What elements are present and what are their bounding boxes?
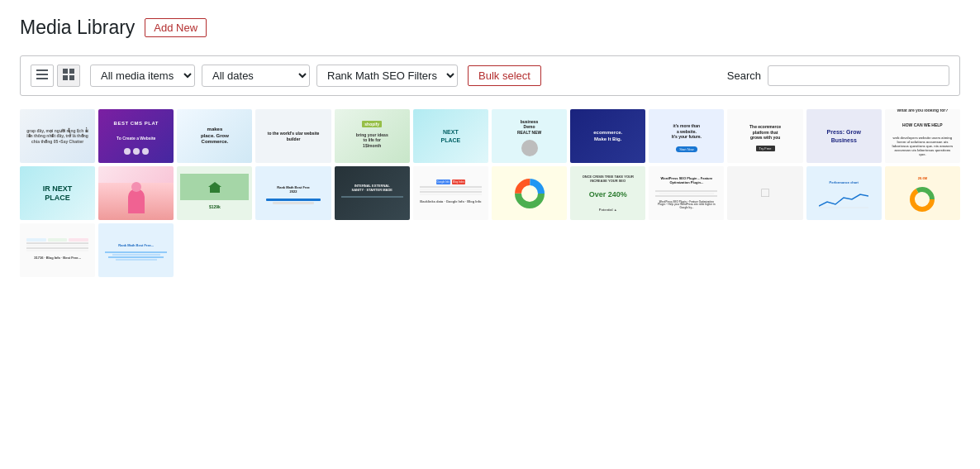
svg-rect-6 xyxy=(69,75,74,80)
svg-rect-3 xyxy=(63,69,68,74)
media-item[interactable]: What are you looking for? HOW CAN WE HEL… xyxy=(885,109,960,163)
media-item[interactable]: 31716 · Blog Info · Best Free... xyxy=(20,223,95,277)
add-new-button[interactable]: Add New xyxy=(145,18,207,37)
media-item[interactable]: The ecommerceplatform thatgrows with you… xyxy=(727,109,802,163)
media-item[interactable]: Rank Math Best Free... xyxy=(98,223,174,277)
svg-rect-2 xyxy=(36,78,48,79)
bulk-select-button[interactable]: Bulk select xyxy=(468,65,541,86)
media-item[interactable]: makesplace. GrowCommerce. xyxy=(177,109,252,163)
media-item[interactable]: Google Info Blog Index Backlinks data · … xyxy=(413,166,488,220)
media-item[interactable]: INTERNAL EXTERNALSANITY · STARTER MADE xyxy=(335,166,410,220)
media-item[interactable]: Rank Math Best Free2022 xyxy=(255,166,331,220)
media-item[interactable]: Press: GrowBusiness xyxy=(806,109,882,163)
media-item[interactable]: $129k xyxy=(177,166,252,220)
media-item[interactable]: it's more thana website.It's your future… xyxy=(649,109,724,163)
media-item[interactable]: □ xyxy=(727,166,802,220)
media-item[interactable]: Performance chart xyxy=(806,166,882,220)
page-title: Media Library xyxy=(20,17,135,39)
toolbar: All media items Images Audio Video Docum… xyxy=(20,55,960,96)
svg-rect-4 xyxy=(69,69,74,74)
view-toggle xyxy=(31,65,80,87)
media-item[interactable]: ecommerce.Make It Big. xyxy=(570,109,645,163)
media-grid: grap đây, mọi người rằng lịch ải lần thô… xyxy=(20,109,960,277)
svg-rect-0 xyxy=(36,69,48,71)
media-item[interactable]: NEXTPLACE xyxy=(413,109,488,163)
svg-rect-1 xyxy=(36,74,48,75)
media-item[interactable]: WordPress SEO Plugin – Feature Optimizat… xyxy=(649,166,724,220)
media-item[interactable]: to the world's ular website builder xyxy=(255,109,331,163)
svg-rect-8 xyxy=(210,187,220,193)
search-input[interactable] xyxy=(768,65,949,86)
svg-rect-5 xyxy=(63,75,68,80)
search-label: Search xyxy=(727,69,761,82)
media-item[interactable]: BEST CMS PLAT To Create a Website xyxy=(98,109,174,163)
grid-view-button[interactable] xyxy=(57,65,80,87)
filter-media-select[interactable]: All media items Images Audio Video Docum… xyxy=(90,65,195,87)
media-item[interactable]: shopify bring your ideasto life for1$/mo… xyxy=(335,109,410,163)
page-header: Media Library Add New xyxy=(20,17,960,39)
media-item[interactable]: grap đây, mọi người rằng lịch ải lần thô… xyxy=(20,109,95,163)
media-item[interactable]: ONCE CRISIS TREE TAKE YOUR INCREASE YOUR… xyxy=(570,166,645,220)
list-view-button[interactable] xyxy=(31,65,54,87)
media-item[interactable]: 28.6M xyxy=(885,166,960,220)
filter-dates-select[interactable]: All dates January 2024 December 2023 xyxy=(202,65,310,87)
media-item[interactable]: businessDemoREALT NEW xyxy=(492,109,567,163)
filter-seo-select[interactable]: Rank Math SEO Filters xyxy=(316,65,458,87)
svg-marker-7 xyxy=(208,182,221,187)
media-item[interactable] xyxy=(98,166,174,220)
media-item[interactable]: IR NEXTPLACE xyxy=(20,166,95,220)
media-item[interactable] xyxy=(492,166,567,220)
